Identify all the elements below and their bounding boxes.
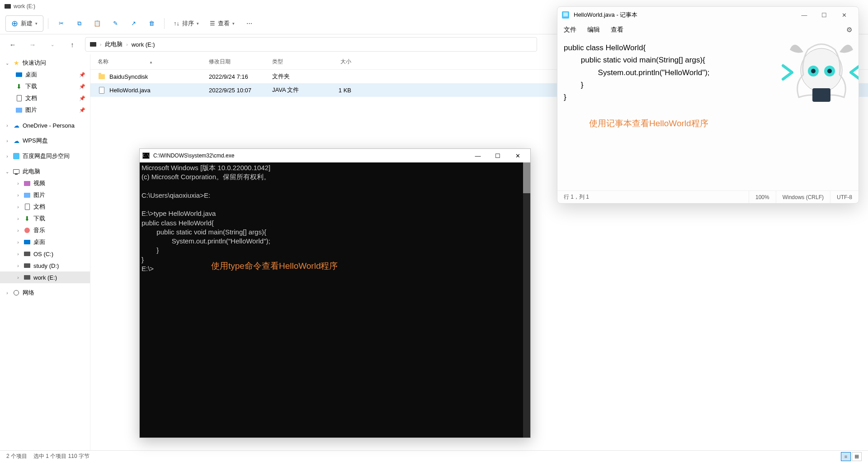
sidebar-documents2[interactable]: ›文档 bbox=[0, 201, 90, 213]
pictures-icon bbox=[24, 193, 30, 198]
pictures-icon bbox=[16, 108, 22, 113]
separator bbox=[164, 18, 165, 29]
cmd-terminal[interactable]: Microsoft Windows [版本 10.0.22000.1042] (… bbox=[140, 162, 530, 438]
scissors-icon: ✂ bbox=[59, 20, 64, 27]
sidebar-desktop2[interactable]: ›桌面 bbox=[0, 236, 90, 248]
sidebar-pictures2[interactable]: ›图片 bbox=[0, 189, 90, 201]
address-bar[interactable]: › 此电脑 › work (E:) bbox=[85, 37, 537, 52]
drive-icon bbox=[24, 252, 30, 256]
network-icon bbox=[14, 290, 19, 295]
scrollbar[interactable] bbox=[523, 162, 530, 438]
notepad-window[interactable]: HelloWorld.java - 记事本 — ☐ ✕ 文件 编辑 查看 ⚙ p… bbox=[557, 6, 859, 204]
back-button[interactable]: ← bbox=[5, 37, 20, 52]
cmd-output: Microsoft Windows [版本 10.0.22000.1042] (… bbox=[142, 164, 270, 272]
sidebar-music[interactable]: ›音乐 bbox=[0, 224, 90, 236]
notepad-menu: 文件 编辑 查看 ⚙ bbox=[557, 23, 859, 38]
notepad-editor[interactable]: public class HelloWorld{ public static v… bbox=[557, 38, 859, 191]
sidebar-videos[interactable]: ›视频 bbox=[0, 177, 90, 189]
drive-icon bbox=[24, 263, 30, 268]
rename-icon: ✎ bbox=[113, 20, 118, 27]
scrollbar-thumb[interactable] bbox=[523, 162, 530, 193]
share-icon: ↗ bbox=[131, 20, 136, 27]
notepad-statusbar: 行 1，列 1 100% Windows (CRLF) UTF-8 bbox=[557, 191, 859, 203]
icons-view-button[interactable]: ▦ bbox=[852, 452, 862, 461]
column-name[interactable]: 名称 bbox=[98, 58, 108, 65]
sidebar-quick-access[interactable]: ⌄★快速访问 bbox=[0, 57, 90, 69]
minimize-button[interactable]: — bbox=[468, 149, 488, 162]
sidebar-downloads[interactable]: ⬇下载📌 bbox=[0, 81, 90, 92]
chevron-down-icon: ▾ bbox=[35, 21, 38, 26]
explorer-title-text: work (E:) bbox=[14, 3, 35, 10]
music-icon bbox=[24, 228, 30, 233]
sidebar-network[interactable]: ›网络 bbox=[0, 287, 90, 299]
chevron-down-icon: ▾ bbox=[197, 21, 199, 26]
sidebar-drive-d[interactable]: ›study (D:) bbox=[0, 260, 90, 271]
sort-icon: ↑↓ bbox=[174, 20, 179, 27]
sort-button[interactable]: ↑↓ 排序 ▾ bbox=[169, 15, 203, 32]
minimize-button[interactable]: — bbox=[794, 8, 814, 22]
cut-button[interactable]: ✂ bbox=[53, 15, 69, 32]
cloud-icon: ☁ bbox=[13, 137, 20, 144]
document-icon bbox=[17, 95, 22, 101]
sidebar-drive-e[interactable]: ›work (E:) bbox=[0, 271, 90, 283]
document-icon bbox=[25, 204, 30, 210]
notepad-title-bar[interactable]: HelloWorld.java - 记事本 — ☐ ✕ bbox=[557, 7, 859, 23]
forward-button[interactable]: → bbox=[25, 37, 40, 52]
maximize-button[interactable]: ☐ bbox=[814, 8, 834, 22]
download-icon: ⬇ bbox=[24, 215, 31, 222]
status-item-count: 2 个项目 bbox=[6, 452, 27, 460]
delete-button[interactable]: 🗑 bbox=[143, 15, 160, 32]
sidebar-this-pc[interactable]: ⌄此电脑 bbox=[0, 166, 90, 177]
cmd-window[interactable]: C:\ C:\WINDOWS\system32\cmd.exe — ☐ ✕ Mi… bbox=[139, 148, 531, 438]
sidebar-pictures[interactable]: 图片📌 bbox=[0, 104, 90, 116]
sidebar-desktop[interactable]: 桌面📌 bbox=[0, 69, 90, 81]
menu-view[interactable]: 查看 bbox=[611, 26, 623, 34]
settings-button[interactable]: ⚙ bbox=[846, 26, 852, 34]
share-button[interactable]: ↗ bbox=[125, 15, 142, 32]
menu-edit[interactable]: 编辑 bbox=[587, 26, 600, 34]
star-icon: ★ bbox=[13, 59, 20, 67]
more-button[interactable]: ⋯ bbox=[241, 15, 257, 32]
sidebar-downloads2[interactable]: ›⬇下载 bbox=[0, 213, 90, 224]
new-button[interactable]: ⊕ 新建 ▾ bbox=[5, 15, 43, 32]
sidebar-onedrive[interactable]: ›☁OneDrive - Persona bbox=[0, 119, 90, 131]
pin-icon: 📌 bbox=[79, 95, 85, 101]
paste-button[interactable]: 📋 bbox=[89, 15, 105, 32]
drive-icon bbox=[24, 275, 30, 280]
notepad-content: public class HelloWorld{ public static v… bbox=[564, 43, 710, 101]
notepad-annotation: 使用记事本查看HelloWorld程序 bbox=[589, 117, 852, 130]
up-button[interactable]: ↑ bbox=[65, 37, 80, 52]
menu-file[interactable]: 文件 bbox=[564, 26, 576, 34]
status-zoom: 100% bbox=[749, 191, 776, 203]
sidebar-wps[interactable]: ›☁WPS网盘 bbox=[0, 135, 90, 147]
pc-icon bbox=[13, 169, 19, 174]
drive-icon bbox=[90, 42, 96, 47]
breadcrumb-item[interactable]: work (E:) bbox=[132, 41, 155, 48]
clipboard-icon: 📋 bbox=[94, 20, 101, 27]
sidebar-documents[interactable]: 文档📌 bbox=[0, 92, 90, 104]
copy-icon: ⧉ bbox=[77, 20, 81, 27]
cmd-title-text: C:\WINDOWS\system32\cmd.exe bbox=[153, 152, 234, 159]
cmd-title-bar[interactable]: C:\ C:\WINDOWS\system32\cmd.exe — ☐ ✕ bbox=[140, 149, 530, 162]
copy-button[interactable]: ⧉ bbox=[71, 15, 87, 32]
view-button[interactable]: ☰ 查看 ▾ bbox=[205, 15, 239, 32]
explorer-sidebar: ⌄★快速访问 桌面📌 ⬇下载📌 文档📌 图片📌 ›☁OneDrive - Per… bbox=[0, 54, 90, 450]
sort-asc-icon: ▲ bbox=[149, 60, 153, 64]
explorer-statusbar: 2 个项目 选中 1 个项目 110 字节 ≡ ▦ bbox=[0, 450, 868, 462]
close-button[interactable]: ✕ bbox=[508, 149, 528, 162]
breadcrumb-item[interactable]: 此电脑 bbox=[105, 40, 123, 48]
recent-dropdown[interactable]: ⌄ bbox=[45, 37, 60, 52]
details-view-button[interactable]: ≡ bbox=[841, 452, 851, 461]
column-size[interactable]: 大小 bbox=[324, 58, 351, 66]
sidebar-baidu[interactable]: ›百度网盘同步空间 bbox=[0, 150, 90, 162]
maximize-button[interactable]: ☐ bbox=[488, 149, 508, 162]
sidebar-drive-c[interactable]: ›OS (C:) bbox=[0, 248, 90, 260]
java-file-icon bbox=[99, 87, 104, 94]
close-button[interactable]: ✕ bbox=[834, 8, 854, 22]
baidu-icon bbox=[13, 153, 19, 159]
rename-button[interactable]: ✎ bbox=[107, 15, 123, 32]
column-date[interactable]: 修改日期 bbox=[209, 58, 272, 66]
separator bbox=[48, 18, 48, 29]
column-type[interactable]: 类型 bbox=[272, 58, 324, 66]
download-icon: ⬇ bbox=[15, 83, 23, 90]
